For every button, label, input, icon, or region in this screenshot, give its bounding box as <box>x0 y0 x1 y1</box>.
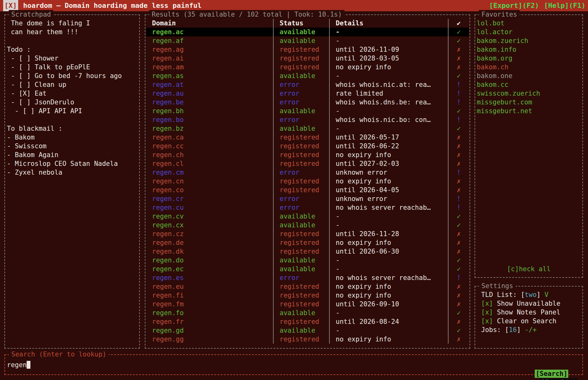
result-row[interactable]: regen.czregistereduntil 2026-11-28✗ <box>146 230 469 238</box>
favorite-item[interactable]: missgeburt.com <box>477 98 581 107</box>
result-status: error <box>273 194 329 203</box>
export-button[interactable]: [Export](F2) <box>489 0 539 11</box>
app-title: hoardom — Domain hoarding made less pain… <box>23 0 202 11</box>
setting-clear-on-search[interactable]: [x] Clear on Search <box>481 317 581 325</box>
result-status-icon: ✗ <box>448 230 469 238</box>
settings-rows: TLD List: [two] V[x] Show Unavailable[x]… <box>481 290 581 334</box>
result-status: registered <box>273 291 329 300</box>
result-row[interactable]: regen.chregisteredno expiry info✗ <box>146 150 469 159</box>
result-row[interactable]: regen.caregistereduntil 2026-05-17✗ <box>146 133 469 142</box>
result-status-icon: ✗ <box>448 54 469 63</box>
result-row[interactable]: regen.cuerrorno whois server reachab…! <box>146 203 469 212</box>
favorite-item[interactable]: bakom.ch <box>477 63 581 71</box>
result-row[interactable]: regen.ccregistereduntil 2026-06-22✗ <box>146 142 469 150</box>
result-row[interactable]: regen.gdavailable-✓ <box>146 326 469 335</box>
result-status: registered <box>273 317 329 326</box>
result-row[interactable]: regen.boerrorwhois whois.nic.bo: con…! <box>146 115 469 124</box>
result-status: available <box>273 265 329 273</box>
favorite-item[interactable]: lol.actor <box>477 28 581 36</box>
close-button[interactable]: [X] <box>3 0 18 11</box>
scratchpad-content[interactable]: The dome is faling I can hear them !!! T… <box>7 19 138 177</box>
result-details: - <box>329 124 448 133</box>
result-status-icon: ✓ <box>448 256 469 265</box>
favorite-item[interactable]: bakom.info <box>477 45 581 54</box>
result-row[interactable]: regen.acavailable-✓ <box>146 28 469 36</box>
setting-jobs[interactable]: Jobs: [16] -/+ <box>481 325 581 334</box>
result-details: whois whois.dns.be: rea… <box>329 98 448 107</box>
result-row[interactable]: regen.euregisteredno expiry info✗ <box>146 282 469 291</box>
setting-tld-list[interactable]: TLD List: [two] V <box>481 290 581 299</box>
result-status: available <box>273 107 329 115</box>
result-row[interactable]: regen.foavailable-✓ <box>146 309 469 317</box>
result-row[interactable]: regen.cmerrorunknown error! <box>146 168 469 177</box>
result-row[interactable]: regen.deregisteredno expiry info✗ <box>146 238 469 247</box>
result-row[interactable]: regen.ggregisteredno expiry info✗ <box>146 335 469 344</box>
result-row[interactable]: regen.coregistereduntil 2026-04-05✗ <box>146 186 469 194</box>
search-button[interactable]: [Search] <box>535 370 568 378</box>
result-domain: regen.am <box>146 63 273 71</box>
result-row[interactable]: regen.clregistereduntil 2027-02-03✗ <box>146 159 469 168</box>
result-status-icon: ✓ <box>448 71 469 80</box>
scratchpad-line: - [ ] Talk to pEoPlE <box>7 63 138 71</box>
scratchpad-line: - Microslop CEO Satan Nadela <box>7 159 138 168</box>
favorite-item[interactable]: bakom.zuerich <box>477 36 581 45</box>
result-row[interactable]: regen.afavailable-✓ <box>146 36 469 45</box>
favorite-item[interactable]: bakom.cc <box>477 80 581 89</box>
result-row[interactable]: regen.dkregistereduntil 2026-06-30✗ <box>146 247 469 256</box>
result-status-icon: ✗ <box>448 45 469 54</box>
result-row[interactable]: regen.bhavailable-✓ <box>146 107 469 115</box>
result-row[interactable]: regen.frregistereduntil 2026-08-24✗ <box>146 317 469 326</box>
result-status-icon: ✗ <box>448 150 469 159</box>
result-row[interactable]: regen.aterrorwhois whois.nic.at: rea…! <box>146 80 469 89</box>
settings-title: Settings <box>479 282 516 290</box>
result-details: - <box>329 107 448 115</box>
results-panel: Results (35 available / 102 total | Took… <box>145 14 470 349</box>
result-row[interactable]: regen.beerrorwhois whois.dns.be: rea…! <box>146 98 469 107</box>
settings-segment: [ <box>521 291 525 298</box>
check-all-button[interactable]: [c]heck all <box>475 265 582 273</box>
result-details: until 2026-06-22 <box>329 142 448 150</box>
result-status-icon: ✗ <box>448 335 469 344</box>
setting-show-unavailable[interactable]: [x] Show Unavailable <box>481 299 581 308</box>
result-row[interactable]: regen.firegisteredno expiry info✗ <box>146 291 469 300</box>
result-row[interactable]: regen.eserrorno whois server reachab…! <box>146 273 469 282</box>
search-button-group: [Search] [Stop](s) <box>511 361 577 380</box>
result-domain: regen.fo <box>146 309 273 317</box>
favorite-item[interactable]: swisscom.zuerich <box>477 89 581 98</box>
result-status-icon: ✗ <box>448 63 469 71</box>
result-row[interactable]: regen.doavailable-✓ <box>146 256 469 265</box>
result-details: until 2026-05-17 <box>329 133 448 142</box>
result-row[interactable]: regen.amregisteredno expiry info✗ <box>146 63 469 71</box>
result-status-icon: ✗ <box>448 247 469 256</box>
result-row[interactable]: regen.asavailable-✓ <box>146 71 469 80</box>
favorite-item[interactable]: bakom.org <box>477 54 581 63</box>
result-row[interactable]: regen.cvavailable-✓ <box>146 212 469 221</box>
help-button[interactable]: [Help](F1) <box>544 0 585 11</box>
settings-segment: Show Unavailable <box>493 300 560 307</box>
favorite-item[interactable]: lol.bot <box>477 19 581 28</box>
search-input[interactable]: regen <box>7 361 30 369</box>
settings-segment: [x] <box>481 309 493 316</box>
result-domain: regen.ac <box>146 28 273 36</box>
scratchpad-line: - Bakom <box>7 133 138 142</box>
result-status: available <box>273 124 329 133</box>
settings-segment: ] <box>517 326 525 334</box>
result-row[interactable]: regen.cnregisteredno expiry info✗ <box>146 177 469 186</box>
result-status-icon: ✓ <box>448 124 469 133</box>
result-row[interactable]: regen.airegistereduntil 2028-03-05✗ <box>146 54 469 63</box>
result-row[interactable]: regen.bzavailable-✓ <box>146 124 469 133</box>
result-row[interactable]: regen.cxavailable-✓ <box>146 221 469 230</box>
result-row[interactable]: regen.crerrorunknown error! <box>146 194 469 203</box>
stop-button[interactable]: [Stop](s) <box>540 378 577 380</box>
result-row[interactable]: regen.fmregistereduntil 2026-09-10✗ <box>146 300 469 309</box>
favorite-item[interactable]: bakom.one <box>477 71 581 80</box>
result-status: available <box>273 212 329 221</box>
result-row[interactable]: regen.agregistereduntil 2026-11-09✗ <box>146 45 469 54</box>
favorite-item[interactable]: missgeburt.net <box>477 107 581 115</box>
result-status: available <box>273 221 329 230</box>
setting-show-notes-panel[interactable]: [x] Show Notes Panel <box>481 308 581 317</box>
result-domain: regen.fi <box>146 291 273 300</box>
result-row[interactable]: regen.auerrorrate limited! <box>146 89 469 98</box>
scratchpad-line: - Bakom Again <box>7 150 138 159</box>
result-row[interactable]: regen.ecavailable-✓ <box>146 265 469 273</box>
